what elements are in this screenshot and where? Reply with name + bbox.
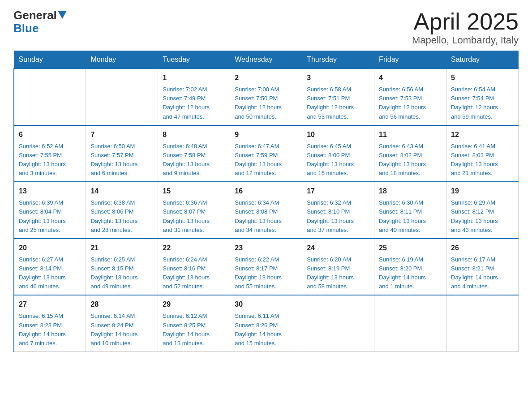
- day-info: Sunrise: 6:15 AM Sunset: 8:23 PM Dayligh…: [19, 312, 81, 348]
- day-number: 22: [163, 243, 225, 253]
- calendar-cell: 10Sunrise: 6:45 AM Sunset: 8:00 PM Dayli…: [302, 125, 374, 182]
- day-number: 26: [451, 243, 514, 253]
- calendar-week-row: 1Sunrise: 7:02 AM Sunset: 7:49 PM Daylig…: [14, 68, 519, 125]
- day-number: 6: [19, 129, 81, 140]
- logo-general-text: General: [13, 9, 57, 22]
- day-number: 4: [379, 73, 442, 83]
- col-sunday: Sunday: [14, 51, 86, 69]
- title-block: April 2025 Mapello, Lombardy, Italy: [412, 9, 519, 46]
- day-info: Sunrise: 6:36 AM Sunset: 8:07 PM Dayligh…: [163, 198, 225, 235]
- calendar-cell: 6Sunrise: 6:52 AM Sunset: 7:55 PM Daylig…: [14, 125, 86, 182]
- calendar-cell: 26Sunrise: 6:17 AM Sunset: 8:21 PM Dayli…: [446, 239, 519, 295]
- day-info: Sunrise: 6:56 AM Sunset: 7:53 PM Dayligh…: [379, 85, 442, 121]
- day-info: Sunrise: 6:43 AM Sunset: 8:02 PM Dayligh…: [379, 142, 442, 178]
- day-number: 14: [90, 186, 153, 197]
- day-number: 30: [235, 299, 297, 310]
- day-number: 7: [90, 129, 153, 140]
- col-friday: Friday: [374, 51, 446, 69]
- day-number: 13: [19, 186, 81, 197]
- calendar-cell: [302, 295, 374, 351]
- calendar-cell: 1Sunrise: 7:02 AM Sunset: 7:49 PM Daylig…: [158, 68, 230, 125]
- calendar-week-row: 20Sunrise: 6:27 AM Sunset: 8:14 PM Dayli…: [14, 239, 519, 295]
- calendar-week-row: 27Sunrise: 6:15 AM Sunset: 8:23 PM Dayli…: [14, 295, 519, 351]
- day-number: 10: [307, 129, 369, 140]
- day-info: Sunrise: 6:29 AM Sunset: 8:12 PM Dayligh…: [451, 198, 514, 235]
- logo-blue-text: Blue: [13, 21, 39, 35]
- col-wednesday: Wednesday: [230, 51, 302, 69]
- calendar-cell: 15Sunrise: 6:36 AM Sunset: 8:07 PM Dayli…: [158, 182, 230, 239]
- calendar-cell: 25Sunrise: 6:19 AM Sunset: 8:20 PM Dayli…: [374, 239, 446, 295]
- calendar-cell: 27Sunrise: 6:15 AM Sunset: 8:23 PM Dayli…: [14, 295, 86, 351]
- calendar-cell: 29Sunrise: 6:12 AM Sunset: 8:25 PM Dayli…: [158, 295, 230, 351]
- calendar-cell: 8Sunrise: 6:48 AM Sunset: 7:58 PM Daylig…: [158, 125, 230, 182]
- calendar-cell: 14Sunrise: 6:38 AM Sunset: 8:06 PM Dayli…: [86, 182, 158, 239]
- calendar-cell: [86, 68, 158, 125]
- day-info: Sunrise: 6:17 AM Sunset: 8:21 PM Dayligh…: [451, 255, 514, 291]
- page-header: General Blue April 2025 Mapello, Lombard…: [13, 9, 519, 46]
- calendar-cell: 30Sunrise: 6:11 AM Sunset: 8:26 PM Dayli…: [230, 295, 302, 351]
- day-info: Sunrise: 6:25 AM Sunset: 8:15 PM Dayligh…: [90, 255, 153, 291]
- calendar-cell: 23Sunrise: 6:22 AM Sunset: 8:17 PM Dayli…: [230, 239, 302, 295]
- header-row: Sunday Monday Tuesday Wednesday Thursday…: [14, 51, 519, 69]
- day-number: 15: [163, 186, 225, 197]
- col-monday: Monday: [86, 51, 158, 69]
- calendar-subtitle: Mapello, Lombardy, Italy: [412, 34, 519, 46]
- day-number: 9: [235, 129, 297, 140]
- calendar-cell: 21Sunrise: 6:25 AM Sunset: 8:15 PM Dayli…: [86, 239, 158, 295]
- calendar-cell: 11Sunrise: 6:43 AM Sunset: 8:02 PM Dayli…: [374, 125, 446, 182]
- day-number: 20: [19, 243, 81, 253]
- day-info: Sunrise: 6:50 AM Sunset: 7:57 PM Dayligh…: [90, 142, 153, 178]
- calendar-week-row: 6Sunrise: 6:52 AM Sunset: 7:55 PM Daylig…: [14, 125, 519, 182]
- day-info: Sunrise: 6:27 AM Sunset: 8:14 PM Dayligh…: [19, 255, 81, 291]
- calendar-cell: 19Sunrise: 6:29 AM Sunset: 8:12 PM Dayli…: [446, 182, 519, 239]
- calendar-cell: [14, 68, 86, 125]
- col-thursday: Thursday: [302, 51, 374, 69]
- day-number: 2: [235, 73, 297, 83]
- calendar-title: April 2025: [412, 9, 519, 34]
- day-info: Sunrise: 6:11 AM Sunset: 8:26 PM Dayligh…: [235, 312, 297, 348]
- day-number: 17: [307, 186, 369, 197]
- day-info: Sunrise: 6:48 AM Sunset: 7:58 PM Dayligh…: [163, 142, 225, 178]
- day-info: Sunrise: 6:54 AM Sunset: 7:54 PM Dayligh…: [451, 85, 514, 121]
- calendar-week-row: 13Sunrise: 6:39 AM Sunset: 8:04 PM Dayli…: [14, 182, 519, 239]
- day-info: Sunrise: 6:19 AM Sunset: 8:20 PM Dayligh…: [379, 255, 442, 291]
- day-info: Sunrise: 6:34 AM Sunset: 8:08 PM Dayligh…: [235, 198, 297, 235]
- day-info: Sunrise: 6:22 AM Sunset: 8:17 PM Dayligh…: [235, 255, 297, 291]
- day-info: Sunrise: 6:12 AM Sunset: 8:25 PM Dayligh…: [163, 312, 225, 348]
- day-number: 3: [307, 73, 369, 83]
- calendar-body: 1Sunrise: 7:02 AM Sunset: 7:49 PM Daylig…: [14, 68, 519, 351]
- day-number: 24: [307, 243, 369, 253]
- calendar-cell: 28Sunrise: 6:14 AM Sunset: 8:24 PM Dayli…: [86, 295, 158, 351]
- calendar-cell: 7Sunrise: 6:50 AM Sunset: 7:57 PM Daylig…: [86, 125, 158, 182]
- day-number: 21: [90, 243, 153, 253]
- calendar-cell: 20Sunrise: 6:27 AM Sunset: 8:14 PM Dayli…: [14, 239, 86, 295]
- day-number: 16: [235, 186, 297, 197]
- calendar-cell: 12Sunrise: 6:41 AM Sunset: 8:03 PM Dayli…: [446, 125, 519, 182]
- day-info: Sunrise: 6:32 AM Sunset: 8:10 PM Dayligh…: [307, 198, 369, 235]
- logo: General Blue: [13, 9, 67, 34]
- calendar-header: Sunday Monday Tuesday Wednesday Thursday…: [14, 51, 519, 69]
- day-number: 19: [451, 186, 514, 197]
- day-info: Sunrise: 6:41 AM Sunset: 8:03 PM Dayligh…: [451, 142, 514, 178]
- col-tuesday: Tuesday: [158, 51, 230, 69]
- day-number: 5: [451, 73, 514, 83]
- day-number: 28: [90, 299, 153, 310]
- day-info: Sunrise: 7:00 AM Sunset: 7:50 PM Dayligh…: [235, 85, 297, 121]
- day-number: 11: [379, 129, 442, 140]
- day-number: 29: [163, 299, 225, 310]
- day-number: 18: [379, 186, 442, 197]
- day-info: Sunrise: 6:52 AM Sunset: 7:55 PM Dayligh…: [19, 142, 81, 178]
- day-info: Sunrise: 6:47 AM Sunset: 7:59 PM Dayligh…: [235, 142, 297, 178]
- calendar-cell: 3Sunrise: 6:58 AM Sunset: 7:51 PM Daylig…: [302, 68, 374, 125]
- calendar-cell: [446, 295, 519, 351]
- calendar-cell: 2Sunrise: 7:00 AM Sunset: 7:50 PM Daylig…: [230, 68, 302, 125]
- day-info: Sunrise: 6:24 AM Sunset: 8:16 PM Dayligh…: [163, 255, 225, 291]
- day-number: 27: [19, 299, 81, 310]
- day-info: Sunrise: 6:14 AM Sunset: 8:24 PM Dayligh…: [90, 312, 153, 348]
- day-number: 12: [451, 129, 514, 140]
- day-info: Sunrise: 6:38 AM Sunset: 8:06 PM Dayligh…: [90, 198, 153, 235]
- logo-triangle-icon: [58, 11, 67, 19]
- day-info: Sunrise: 7:02 AM Sunset: 7:49 PM Dayligh…: [163, 85, 225, 121]
- day-info: Sunrise: 6:20 AM Sunset: 8:19 PM Dayligh…: [307, 255, 369, 291]
- day-info: Sunrise: 6:30 AM Sunset: 8:11 PM Dayligh…: [379, 198, 442, 235]
